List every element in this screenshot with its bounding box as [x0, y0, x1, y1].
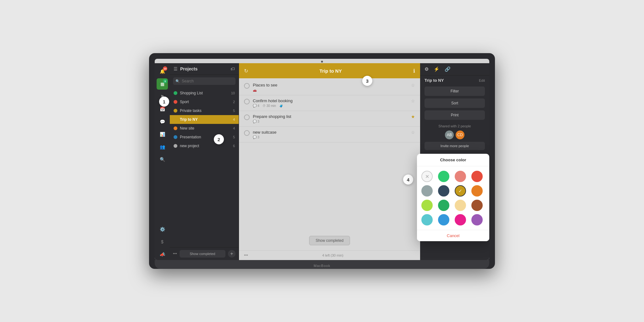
- project-list: Shopping List 10 Sport 2 Private tasks 5…: [170, 87, 239, 247]
- show-completed-button-main[interactable]: Show completed: [309, 236, 350, 245]
- task-star[interactable]: ☆: [411, 130, 415, 135]
- icon-bar-item-flag[interactable]: ⚑: [157, 91, 168, 102]
- icon-bar-item-people[interactable]: 👥: [157, 141, 168, 153]
- color-swatch-14[interactable]: [455, 214, 466, 225]
- task-body: Places to see 🚗: [253, 83, 408, 92]
- color-swatch-10[interactable]: [455, 200, 466, 211]
- color-swatch-9[interactable]: [438, 200, 449, 211]
- task-meta-icon: ⏱: [263, 104, 266, 108]
- tag-icon[interactable]: 🏷: [230, 66, 235, 71]
- color-swatch-0[interactable]: ✕: [421, 171, 433, 182]
- sidebar-item-trip-to-ny[interactable]: Trip to NY 4: [170, 115, 239, 124]
- main-footer-status: 4 left (30 min): [251, 253, 415, 257]
- task-meta-item: 🧳: [279, 104, 283, 108]
- laptop-brand: MacBook: [314, 264, 330, 268]
- color-swatch-2[interactable]: [455, 171, 466, 182]
- sidebar-item-sport[interactable]: Sport 2: [170, 97, 239, 106]
- shared-section: Shared with 2 people AB CD Invite more p…: [420, 121, 489, 153]
- search-icon: 🔍: [160, 157, 165, 162]
- invite-button[interactable]: Invite more people: [425, 142, 485, 150]
- tab-link[interactable]: 🔗: [445, 66, 451, 72]
- color-swatch-13[interactable]: [438, 214, 449, 225]
- icon-bar-item-projects[interactable]: ▦ 3: [157, 78, 168, 90]
- project-count: 6: [233, 144, 235, 148]
- icon-bar-item-chat[interactable]: 💬: [157, 116, 168, 127]
- color-swatch-15[interactable]: [471, 214, 483, 225]
- task-checkbox[interactable]: [244, 130, 250, 136]
- task-item[interactable]: Prepare shopping list 💬 3 ★: [239, 111, 420, 127]
- icon-bar-item-chart[interactable]: 📊: [157, 129, 168, 140]
- task-checkbox[interactable]: [244, 114, 250, 120]
- task-meta-item: 🚗: [253, 88, 257, 92]
- sidebar-item-presentation[interactable]: Presentation 5: [170, 133, 239, 142]
- task-meta: 🚗: [253, 88, 408, 92]
- chat-icon: 💬: [160, 119, 165, 124]
- sync-icon[interactable]: ↻: [244, 68, 248, 74]
- task-item[interactable]: new suitcase 💬 3 ☆: [239, 127, 420, 142]
- main-content: ↻ Trip to NY ℹ Places to see 🚗 ☆ Confirm…: [239, 63, 420, 260]
- task-meta-item: 💬 3: [253, 136, 259, 139]
- task-meta-icon: 🚗: [253, 88, 257, 92]
- sidebar-item-new-site[interactable]: New site 4: [170, 124, 239, 133]
- color-swatch-1[interactable]: [438, 171, 449, 182]
- main-header: ↻ Trip to NY ℹ: [239, 63, 420, 78]
- task-item[interactable]: Places to see 🚗 ☆: [239, 80, 420, 95]
- icon-bar-item-calendar[interactable]: 📅: [157, 103, 168, 115]
- tab-lightning[interactable]: ⚡: [434, 66, 440, 72]
- people-icon: 👥: [160, 144, 165, 149]
- task-star[interactable]: ★: [411, 114, 415, 119]
- dollar-icon: $: [161, 239, 164, 244]
- color-swatch-3[interactable]: [471, 171, 483, 182]
- sidebar-item-shopping-list[interactable]: Shopping List 10: [170, 89, 239, 97]
- project-name: New site: [180, 126, 230, 130]
- add-project-button[interactable]: +: [228, 250, 236, 258]
- project-name: Presentation: [180, 135, 230, 139]
- task-star[interactable]: ☆: [411, 98, 415, 103]
- project-dot: [174, 135, 177, 139]
- color-swatch-11[interactable]: [471, 200, 483, 211]
- task-item[interactable]: Confirm hotel booking 💬 4 ⏱ 30 min 🧳 ☆: [239, 95, 420, 111]
- print-button[interactable]: Print: [425, 110, 485, 120]
- tab-settings[interactable]: ⚙: [425, 66, 429, 72]
- task-meta-value: 3: [258, 120, 259, 123]
- search-box[interactable]: 🔍: [173, 77, 236, 85]
- color-picker-cancel-button[interactable]: Cancel: [417, 230, 489, 241]
- color-swatch-6[interactable]: ✓: [455, 185, 466, 197]
- color-swatch-8[interactable]: [421, 200, 433, 211]
- color-swatch-4[interactable]: [421, 185, 433, 197]
- sort-button[interactable]: Sort: [425, 98, 485, 108]
- color-swatch-5[interactable]: [438, 185, 449, 197]
- filter-button[interactable]: Filter: [425, 86, 485, 96]
- show-completed-button-sidebar[interactable]: Show completed: [180, 250, 225, 258]
- color-swatch-12[interactable]: [421, 214, 433, 225]
- task-meta-item: 💬 4: [253, 104, 259, 108]
- icon-bar-item-search[interactable]: 🔍: [157, 154, 168, 165]
- task-checkbox[interactable]: [244, 83, 250, 89]
- selected-check-icon: ✓: [458, 188, 462, 193]
- color-swatch-7[interactable]: [471, 185, 483, 197]
- search-magnifier-icon: 🔍: [175, 79, 180, 83]
- flag-icon: ⚑: [160, 94, 164, 99]
- icon-bar: 🔔 10 ▦ 3 ⚑ 📅 💬 📊: [155, 63, 170, 260]
- sidebar-item-new-project[interactable]: new project 6: [170, 142, 239, 150]
- sidebar-dots[interactable]: •••: [173, 252, 177, 256]
- sidebar-item-private-tasks[interactable]: Private tasks 5: [170, 106, 239, 115]
- info-icon[interactable]: ℹ: [413, 68, 415, 74]
- icon-bar-item-dollar[interactable]: $: [157, 236, 168, 247]
- icon-bar-item-announce[interactable]: 📣: [157, 249, 168, 260]
- icon-bar-item-settings[interactable]: ⚙️: [157, 224, 168, 235]
- project-name: new project: [180, 144, 230, 148]
- right-panel: ⚙ ⚡ 🔗 Trip to NY Edit Filter Sort Print …: [420, 63, 489, 260]
- icon-bar-item-notifications[interactable]: 🔔 10: [157, 66, 168, 77]
- sidebar: ☰ Projects 🏷 🔍 Shopping List 10 Sport 2 …: [170, 63, 239, 260]
- task-meta: 💬 3: [253, 120, 408, 123]
- task-star[interactable]: ☆: [411, 83, 415, 88]
- project-count: 4: [233, 118, 235, 121]
- edit-link[interactable]: Edit: [479, 79, 485, 82]
- task-meta-icon: 💬: [253, 104, 257, 108]
- task-meta-icon: 🧳: [279, 104, 283, 108]
- shared-avatars: AB CD: [425, 130, 485, 139]
- search-input[interactable]: [182, 79, 233, 83]
- task-checkbox[interactable]: [244, 99, 250, 104]
- main-footer-dots[interactable]: •••: [244, 253, 248, 258]
